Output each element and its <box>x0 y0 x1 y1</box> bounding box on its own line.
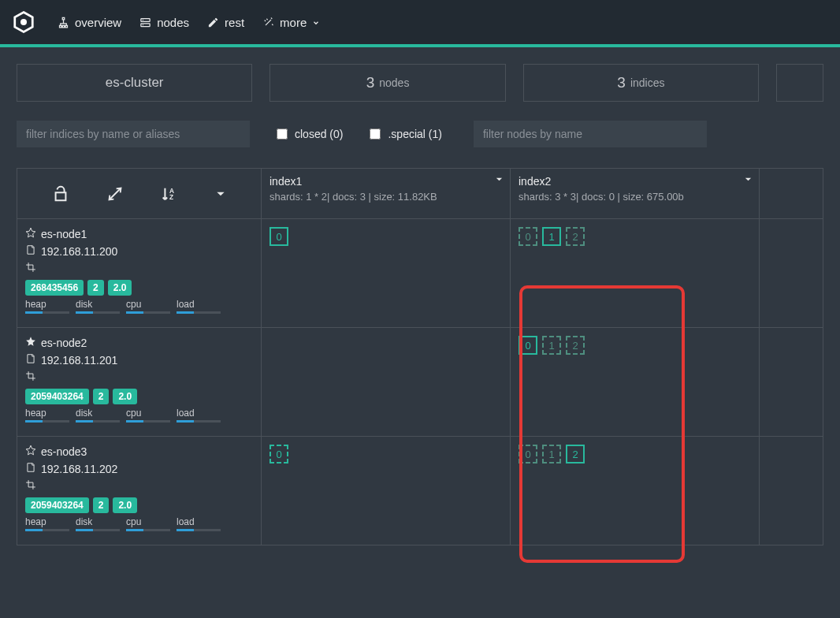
shard-box[interactable]: 0 <box>269 445 288 464</box>
shard-box[interactable]: 2 <box>566 445 585 464</box>
sort-az-icon[interactable]: AZ <box>160 185 177 203</box>
filter-nodes-input[interactable] <box>474 121 707 147</box>
star-icon <box>25 445 36 458</box>
indices-count-label: indices <box>630 76 665 89</box>
node-badges: 205940326422.0 <box>25 389 253 404</box>
metric-cpu: cpu <box>126 408 170 423</box>
closed-checkbox-label: closed (0) <box>295 128 343 140</box>
nav-overview[interactable]: overview <box>57 16 121 29</box>
metric-disk: disk <box>76 299 120 314</box>
node-ip: 192.168.11.200 <box>41 245 117 258</box>
star-icon <box>25 227 36 240</box>
nodes-count: 3 <box>366 74 375 91</box>
nav-nodes-label: nodes <box>157 16 189 29</box>
shard-box[interactable]: 0 <box>518 445 537 464</box>
special-checkbox-label: .special (1) <box>388 128 441 140</box>
index-stats: shards: 3 * 3| docs: 0 | size: 675.00b <box>518 191 751 203</box>
indices-count-box[interactable]: 3 indices <box>523 64 759 102</box>
shard-grid: AZ index1 shards: 1 * 2| docs: 3 | size:… <box>17 168 823 545</box>
chevron-down-icon <box>312 16 320 29</box>
nav-more[interactable]: more <box>262 16 320 29</box>
shard-cell: 0 <box>262 219 511 328</box>
node-name: es-node1 <box>41 228 87 240</box>
shard-box[interactable]: 0 <box>518 227 537 246</box>
shard-row: 0 <box>269 445 502 464</box>
star-icon <box>25 336 36 349</box>
svg-rect-3 <box>141 23 150 26</box>
extra-stat-box <box>776 64 823 102</box>
metric-disk: disk <box>76 516 120 531</box>
nav-nodes[interactable]: nodes <box>139 16 189 29</box>
metric-load: load <box>177 516 221 531</box>
node-cell: es-node1192.168.11.20026843545622.0heapd… <box>17 219 262 328</box>
index-name: index1 <box>269 175 502 188</box>
shard-box[interactable]: 2 <box>566 227 585 246</box>
node-badge: 2.0 <box>113 497 137 513</box>
node-badges: 26843545622.0 <box>25 280 253 296</box>
stats-row: es-cluster 3 nodes 3 indices <box>17 64 823 102</box>
server-icon <box>139 16 151 28</box>
node-cell: es-node2192.168.11.201205940326422.0heap… <box>17 328 262 437</box>
index-header-1: index1 shards: 1 * 2| docs: 3 | size: 11… <box>262 169 511 219</box>
svg-point-4 <box>142 19 143 20</box>
metric-disk: disk <box>76 408 120 423</box>
shard-box[interactable]: 2 <box>566 336 585 355</box>
metric-load: load <box>177 299 221 314</box>
node-metrics: heapdiskcpuload <box>25 408 253 423</box>
filters-row: closed (0) .special (1) <box>17 121 823 147</box>
node-name: es-node2 <box>41 337 87 349</box>
index-menu-caret-icon[interactable] <box>495 173 504 186</box>
shard-cell: 012 <box>511 328 760 437</box>
empty-cell <box>760 437 823 545</box>
nav-rest[interactable]: rest <box>206 16 244 29</box>
index-name: index2 <box>518 175 751 188</box>
node-badge: 2059403264 <box>25 497 89 513</box>
shard-cell: 0 <box>262 437 511 545</box>
shard-cell <box>262 328 511 437</box>
shard-box[interactable]: 1 <box>542 445 561 464</box>
shard-box[interactable]: 1 <box>542 336 561 355</box>
index-menu-caret-icon[interactable] <box>744 173 753 186</box>
magic-icon <box>262 16 274 28</box>
shard-box[interactable]: 1 <box>542 227 561 246</box>
node-cell: es-node3192.168.11.202205940326422.0heap… <box>17 437 262 545</box>
metric-heap: heap <box>25 299 69 314</box>
svg-point-5 <box>142 24 143 25</box>
shard-cell: 012 <box>511 437 760 545</box>
node-ip: 192.168.11.201 <box>41 354 117 367</box>
disk-icon <box>25 244 36 258</box>
edit-icon <box>206 16 219 28</box>
crop-icon <box>25 479 36 493</box>
nodes-count-box[interactable]: 3 nodes <box>269 64 505 102</box>
node-badge: 2059403264 <box>25 389 89 404</box>
closed-checkbox-input[interactable] <box>277 128 288 140</box>
node-name: es-node3 <box>41 445 87 458</box>
nav-overview-label: overview <box>75 16 121 29</box>
index-header-2: index2 shards: 3 * 3| docs: 0 | size: 67… <box>511 169 760 219</box>
node-badge: 2 <box>93 497 110 513</box>
cluster-name-box[interactable]: es-cluster <box>17 64 252 102</box>
shard-row: 012 <box>518 445 751 464</box>
empty-cell <box>760 328 823 437</box>
hexagon-logo-icon <box>12 10 35 34</box>
shard-box[interactable]: 0 <box>518 336 537 355</box>
node-tools-header: AZ <box>17 169 262 219</box>
expand-icon[interactable] <box>107 186 123 202</box>
special-checkbox[interactable]: .special (1) <box>370 128 441 140</box>
special-checkbox-input[interactable] <box>370 128 381 140</box>
crop-icon <box>25 262 36 275</box>
crop-icon <box>25 370 36 384</box>
indices-count: 3 <box>617 74 626 91</box>
metric-cpu: cpu <box>126 299 170 314</box>
empty-header <box>760 169 823 219</box>
filter-indices-input[interactable] <box>17 121 250 147</box>
node-badge: 2 <box>93 389 110 404</box>
node-badge: 2.0 <box>108 280 132 296</box>
shard-box[interactable]: 0 <box>269 227 288 246</box>
closed-checkbox[interactable]: closed (0) <box>277 128 343 140</box>
node-badge: 2.0 <box>113 389 137 404</box>
node-row: es-node2192.168.11.201205940326422.0heap… <box>17 328 823 437</box>
sitemap-icon <box>57 16 69 28</box>
options-caret-icon[interactable] <box>215 188 226 199</box>
unlock-icon[interactable] <box>52 185 69 203</box>
